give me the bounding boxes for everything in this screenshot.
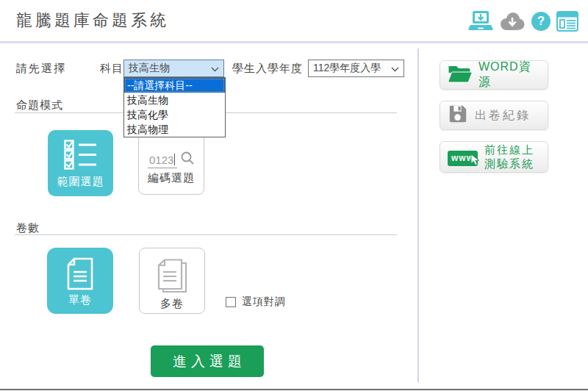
page-title: 龍騰題庫命題系統 [16, 10, 169, 32]
word-resources-button[interactable]: WORD資源 [440, 60, 548, 90]
subject-option[interactable]: 技高物理 [124, 122, 225, 137]
subject-label: 科目 [100, 62, 123, 76]
subject-dropdown-list: --請選擇科目-- 技高生物 技高化學 技高物理 [123, 77, 226, 137]
papers-section-heading: 卷數 [16, 221, 40, 235]
www-cursor-icon: www [448, 151, 478, 164]
header-icon-group: ? [468, 10, 578, 32]
multi-paper-label: 多卷 [160, 297, 184, 311]
mode-section-heading: 命題模式 [16, 98, 63, 112]
help-icon[interactable]: ? [531, 12, 551, 31]
prompt-label: 請先選擇 [16, 62, 66, 76]
help-glyph: ? [537, 14, 545, 29]
subject-option-placeholder[interactable]: --請選擇科目-- [124, 78, 225, 93]
subject-option[interactable]: 技高化學 [124, 107, 225, 122]
online-test-button[interactable]: www 前往線上 測驗系統 [440, 141, 548, 173]
app-window: 龍騰題庫命題系統 ? [0, 0, 588, 391]
code-select-label: 編碼選題 [148, 171, 195, 185]
search-icon[interactable] [180, 151, 195, 168]
swap-options-label: 選項對調 [242, 295, 286, 309]
folder-open-icon [448, 64, 472, 87]
single-paper-button[interactable]: 單卷 [47, 248, 113, 314]
chevron-down-icon [211, 62, 219, 74]
vertical-divider [417, 49, 419, 382]
range-select-button[interactable]: 範圍選題 [48, 130, 113, 196]
enter-selection-button[interactable]: 進入選題 [151, 345, 264, 377]
cloud-download-icon[interactable] [499, 11, 526, 32]
laptop-download-icon[interactable] [468, 10, 493, 32]
year-label: 學生入學年度 [232, 62, 303, 76]
single-paper-label: 單卷 [68, 293, 92, 307]
subject-select[interactable]: 技高生物 [123, 60, 224, 77]
single-document-icon [65, 257, 95, 293]
word-resources-label: WORD資源 [478, 60, 540, 90]
exam-history-label: 出卷紀錄 [475, 108, 531, 123]
section-divider [15, 234, 397, 235]
floppy-disk-icon [448, 104, 468, 127]
swap-options-checkbox[interactable] [226, 297, 236, 307]
text-caret [174, 154, 175, 165]
year-select[interactable]: 112學年度入學 [308, 60, 404, 77]
subject-option[interactable]: 技高生物 [124, 93, 225, 107]
code-input[interactable] [148, 154, 177, 168]
header-divider [0, 41, 588, 43]
subject-select-value: 技高生物 [129, 62, 170, 75]
online-test-label: 前往線上 測驗系統 [484, 143, 534, 171]
checklist-icon [64, 140, 98, 173]
swap-options-control[interactable]: 選項對調 [226, 295, 286, 309]
chevron-down-icon [391, 62, 399, 74]
exam-record-icon[interactable] [556, 11, 578, 32]
code-input-wrap [148, 154, 177, 168]
year-select-value: 112學年度入學 [313, 62, 381, 75]
exam-history-button[interactable]: 出卷紀錄 [440, 101, 548, 130]
multi-paper-card[interactable]: 多卷 [139, 248, 205, 314]
multi-document-icon [156, 259, 189, 297]
code-select-card[interactable]: 編碼選題 [138, 132, 204, 195]
range-select-label: 範圍選題 [57, 175, 104, 189]
bottom-border [0, 389, 588, 390]
